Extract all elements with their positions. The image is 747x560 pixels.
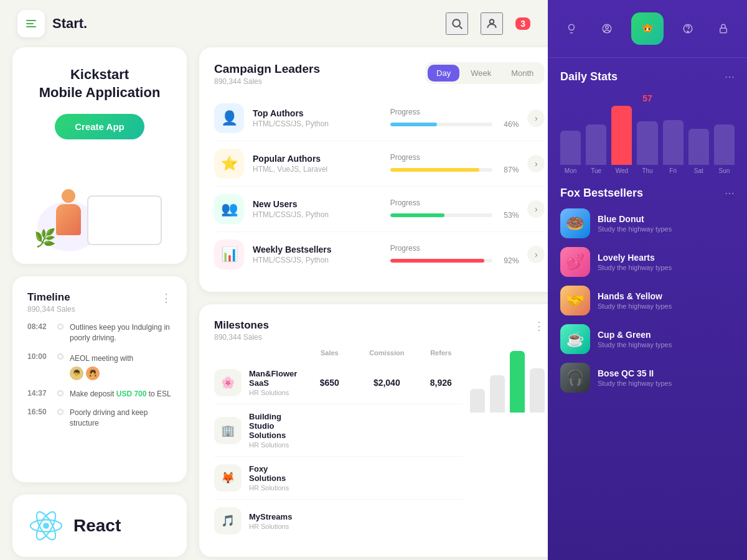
progress-pct: 46% bbox=[499, 120, 519, 129]
timeline-time-1: 08:42 bbox=[27, 322, 51, 331]
milestone-sub-4: HR Solutions bbox=[249, 523, 297, 530]
bestseller-sub-1: Study the highway types bbox=[598, 225, 735, 233]
bar-col-sun: Sun bbox=[714, 124, 735, 174]
bestseller-info-1: Blue Donut Study the highway types bbox=[598, 214, 735, 233]
milestone-icon-2: 🏢 bbox=[214, 417, 242, 444]
progress-section: Progress 46% bbox=[390, 108, 519, 129]
row-tech: HTML/CSS/JS, Python bbox=[253, 119, 382, 128]
bestseller-name-4: Cup & Green bbox=[598, 330, 735, 340]
row-name: New Users bbox=[253, 199, 382, 209]
logo-line-2 bbox=[26, 23, 34, 24]
bestseller-thumb-5: 🎧 bbox=[560, 363, 590, 393]
milestone-name-3: Foxy Solutions bbox=[249, 464, 297, 483]
tab-week[interactable]: Week bbox=[462, 65, 500, 82]
progress-section: Progress 87% bbox=[390, 153, 519, 174]
panel-content: Daily Stats ⋯ 57 Mon Tue Wed Thu bbox=[548, 58, 747, 560]
chevron-button[interactable]: › bbox=[527, 155, 545, 172]
timeline-dot-4 bbox=[57, 409, 63, 415]
panel-icon-fox[interactable] bbox=[631, 12, 664, 45]
create-app-button[interactable]: Create App bbox=[55, 114, 144, 139]
header-left: Start. bbox=[17, 10, 87, 37]
tab-day[interactable]: Day bbox=[428, 65, 459, 82]
milestones-menu[interactable]: ⋮ bbox=[533, 319, 545, 333]
bar-sun bbox=[714, 124, 735, 165]
bar-label-wed: Wed bbox=[616, 167, 628, 174]
timeline-dot-1 bbox=[57, 324, 63, 330]
row-icon-popular-authors: ⭐ bbox=[214, 149, 244, 179]
panel-icon-lightbulb[interactable] bbox=[560, 17, 583, 40]
bestseller-item: 🤝 Hands & Yellow Study the highway types bbox=[560, 286, 735, 315]
bestseller-thumb-4: ☕ bbox=[560, 324, 590, 354]
kickstart-card: Kickstart Mobile Application Create App … bbox=[12, 47, 187, 264]
daily-stats-menu[interactable]: ⋯ bbox=[725, 71, 735, 83]
milestones-title-group: Milestones 890,344 Sales bbox=[214, 319, 269, 342]
bestseller-item: 🎧 Bose QC 35 II Study the highway types bbox=[560, 363, 735, 393]
panel-icons bbox=[548, 0, 747, 58]
progress-fill bbox=[390, 213, 444, 217]
progress-label: Progress bbox=[390, 153, 519, 162]
milestone-sales-1: $650 bbox=[304, 378, 354, 388]
timeline-menu[interactable]: ⋮ bbox=[161, 291, 172, 305]
campaign-title: Campaign Leaders bbox=[214, 62, 320, 76]
bestseller-name-1: Blue Donut bbox=[598, 214, 735, 224]
panel-icon-lock[interactable] bbox=[712, 17, 735, 40]
tab-month[interactable]: Month bbox=[502, 65, 542, 82]
milestone-row: 🏢 Building Studio Solutions HR Solutions bbox=[214, 404, 463, 457]
timeline-avatars: 👦 👧 bbox=[70, 366, 133, 380]
highlight-amount: USD 700 bbox=[116, 390, 147, 398]
bar-col-tue: Tue bbox=[586, 124, 606, 174]
svg-marker-19 bbox=[649, 25, 652, 27]
chevron-button[interactable]: › bbox=[527, 110, 545, 127]
person-head bbox=[62, 189, 75, 203]
milestone-info-3: Foxy Solutions HR Solutions bbox=[249, 464, 297, 492]
notification-badge[interactable]: 3 bbox=[515, 17, 530, 30]
timeline-item: 10:00 AEOL meeting with 👦 👧 bbox=[27, 352, 172, 380]
campaign-row: 👤 Top Authors HTML/CSS/JS, Python Progre… bbox=[214, 96, 545, 141]
progress-label: Progress bbox=[390, 198, 519, 207]
milestones-list: Sales Comission Refers 🌸 Man&Flower SaaS… bbox=[214, 344, 463, 542]
svg-point-21 bbox=[687, 31, 688, 32]
milestones-subtitle: 890,344 Sales bbox=[214, 333, 269, 342]
lightbulb-icon bbox=[566, 23, 577, 34]
milestones-content: Sales Comission Refers 🌸 Man&Flower SaaS… bbox=[214, 344, 545, 542]
bar-thu bbox=[637, 121, 657, 165]
row-info-weekly-bestsellers: Weekly Bestsellers HTML/CSS/JS, Python bbox=[253, 245, 382, 264]
question-icon bbox=[682, 23, 693, 34]
bestseller-sub-2: Study the highway types bbox=[598, 264, 735, 271]
row-info-top-authors: Top Authors HTML/CSS/JS, Python bbox=[253, 108, 382, 128]
milestone-info-1: Man&Flower SaaS HR Solutions bbox=[249, 369, 297, 396]
row-icon-top-authors: 👤 bbox=[214, 103, 244, 133]
timeline-text-4: Poorly driving and keep structure bbox=[70, 408, 172, 429]
bestseller-name-3: Hands & Yellow bbox=[598, 291, 735, 301]
lock-icon bbox=[718, 23, 729, 34]
timeline-dot-2 bbox=[57, 353, 63, 360]
chevron-button[interactable]: › bbox=[527, 200, 545, 218]
illus-scene: 🌿 bbox=[31, 152, 168, 251]
milestone-sub-1: HR Solutions bbox=[249, 389, 297, 396]
bestseller-info-3: Hands & Yellow Study the highway types bbox=[598, 291, 735, 310]
milestone-name-4: MyStreams bbox=[249, 512, 297, 521]
bar-label-thu: Thu bbox=[642, 167, 652, 174]
progress-bar bbox=[390, 168, 493, 172]
sales-value: $650 bbox=[304, 378, 354, 388]
bestsellers-menu[interactable]: ⋯ bbox=[725, 187, 735, 199]
react-card: React bbox=[12, 495, 187, 557]
logo-box bbox=[17, 10, 45, 37]
chevron-button[interactable]: › bbox=[527, 246, 545, 263]
tab-group: Day Week Month bbox=[425, 62, 545, 84]
bestseller-thumb-1: 🍩 bbox=[560, 208, 590, 238]
content: Kickstart Mobile Application Create App … bbox=[0, 47, 548, 560]
progress-bar-wrap: 53% bbox=[390, 211, 519, 220]
bar-label-sun: Sun bbox=[719, 167, 730, 174]
bar-wed bbox=[611, 106, 632, 165]
timeline-time-3: 14:37 bbox=[27, 389, 51, 398]
search-button[interactable] bbox=[446, 12, 468, 35]
col-header-sales: Sales bbox=[304, 349, 354, 357]
user-button[interactable] bbox=[481, 12, 503, 35]
timeline-text-1: Outlines keep you Indulging in poorly dr… bbox=[70, 322, 172, 343]
bestseller-sub-4: Study the highway types bbox=[598, 341, 735, 348]
campaign-row: 📊 Weekly Bestsellers HTML/CSS/JS, Python… bbox=[214, 232, 545, 277]
panel-icon-question[interactable] bbox=[677, 17, 699, 40]
bar-label-mon: Mon bbox=[565, 167, 576, 174]
panel-icon-user-circle[interactable] bbox=[596, 17, 618, 40]
